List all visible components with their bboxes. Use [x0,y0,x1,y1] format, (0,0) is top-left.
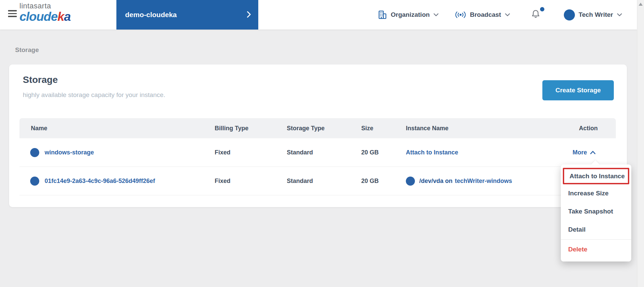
instance-name-cell: /dev/vda on techWriter-windows [406,167,512,195]
column-header-action: Action [579,118,598,138]
logo-lintasarta-text: lintasarta [19,2,70,10]
logo-cloudeka-text: cloudeka [19,10,70,23]
device-path-text: /dev/vda on [419,178,452,185]
more-label: More [573,149,587,156]
page-title: Storage [23,75,58,85]
broadcast-icon [455,11,466,18]
organization-label: Organization [391,11,430,18]
storage-card: Storage highly available storage capacit… [9,64,627,207]
user-menu[interactable]: Tech Writer [564,0,622,30]
project-switcher[interactable]: demo-cloudeka [116,0,258,30]
organization-dropdown[interactable]: Organization [378,0,439,30]
menu-divider [561,239,631,240]
broadcast-label: Broadcast [470,11,501,18]
column-header-instance: Instance Name [406,118,448,138]
chevron-down-icon [505,13,510,16]
billing-type-cell: Fixed [215,167,230,195]
menu-item-attach-to-instance[interactable]: Attach to Instance [564,169,625,183]
page-subtitle: highly available storage capacity for yo… [23,91,165,99]
storage-page: lintasarta cloudeka demo-cloudeka Organ [0,0,644,287]
status-dot [30,148,39,157]
notification-bell[interactable] [531,9,544,21]
broadcast-dropdown[interactable]: Broadcast [455,0,510,30]
instance-link[interactable]: techWriter-windows [455,178,512,185]
menu-item-detail[interactable]: Detail [561,221,631,239]
column-header-storage: Storage Type [287,118,325,138]
storage-type-cell: Standard [287,167,313,195]
billing-type-cell: Fixed [215,138,230,167]
dropdown-caret [591,160,600,165]
more-actions-menu: Attach to Instance Increase Size Take Sn… [561,164,631,261]
menu-item-delete[interactable]: Delete [561,240,631,258]
table-row: 01fc14e9-2a63-4c9c-96a6-526d49ff26ef Fix… [19,167,616,195]
chevron-down-icon [433,13,439,16]
create-storage-button[interactable]: Create Storage [542,80,614,100]
storage-name-link[interactable]: 01fc14e9-2a63-4c9c-96a6-526d49ff26ef [45,167,155,195]
size-cell: 20 GB [361,138,379,167]
notification-dot [540,7,544,11]
page-scrollbar[interactable] [637,0,644,287]
project-name: demo-cloudeka [125,11,177,19]
menu-item-take-snapshot[interactable]: Take Snapshot [561,202,631,221]
size-cell: 20 GB [361,167,379,195]
storage-table: Name Billing Type Storage Type Size Inst… [19,118,616,195]
hamburger-menu-icon[interactable] [8,10,17,17]
attach-to-instance-link[interactable]: Attach to Instance [406,149,458,156]
status-dot [406,177,415,186]
chevron-down-icon [617,13,622,16]
table-row: windows-storage Fixed Standard 20 GB Att… [19,138,616,167]
bell-icon [531,9,540,19]
column-header-name: Name [31,118,47,138]
column-header-size: Size [361,118,373,138]
chevron-right-icon [247,11,251,18]
table-header-row: Name Billing Type Storage Type Size Inst… [19,118,616,138]
menu-item-increase-size[interactable]: Increase Size [561,184,631,202]
status-dot [30,177,39,186]
organization-icon [378,10,387,19]
avatar [564,9,575,20]
storage-type-cell: Standard [287,138,313,167]
breadcrumb[interactable]: Storage [15,46,39,54]
scroll-up-icon[interactable] [639,3,643,6]
highlight-annotation-box: Attach to Instance [563,168,629,184]
cloudeka-logo: lintasarta cloudeka [19,2,70,23]
column-header-billing: Billing Type [215,118,249,138]
storage-name-link[interactable]: windows-storage [45,138,94,167]
top-header: lintasarta cloudeka demo-cloudeka Organ [0,0,637,30]
chevron-up-icon [590,151,596,154]
user-name: Tech Writer [579,11,613,18]
